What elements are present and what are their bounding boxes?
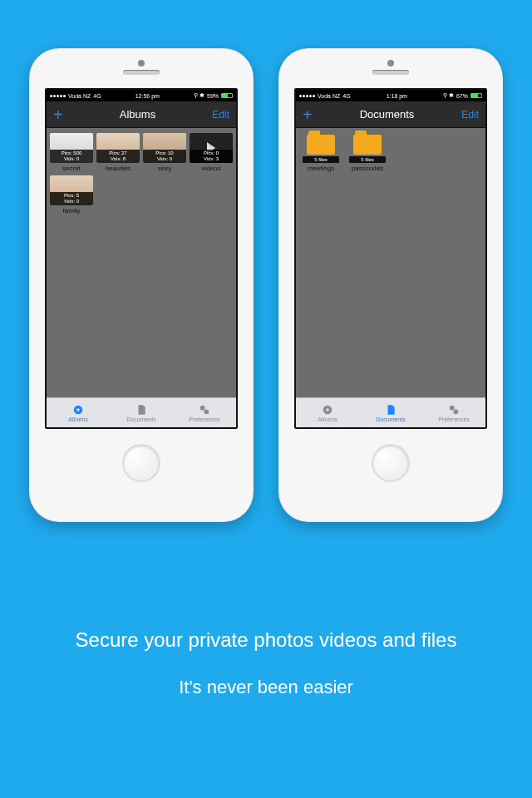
album-item[interactable]: Pics: 5Vids: 0 family	[50, 175, 93, 214]
home-button[interactable]	[372, 444, 410, 482]
signal-dots-icon	[50, 95, 66, 97]
phone-speaker	[123, 70, 160, 75]
carrier-label: Voda NZ	[318, 93, 340, 99]
album-label: secret	[62, 165, 81, 172]
edit-button[interactable]: Edit	[212, 109, 229, 121]
battery-icon	[221, 93, 233, 98]
tab-preferences[interactable]: Preferences	[173, 398, 236, 427]
nav-bar: + Albums Edit	[47, 101, 236, 128]
svg-point-3	[204, 409, 209, 414]
phone-left: Voda NZ 4G 12:56 pm ⚲ ✱ 59% + Albums Edi…	[29, 48, 254, 522]
album-item[interactable]: Pics: 500Vids: 0 secret	[50, 133, 93, 172]
edit-button[interactable]: Edit	[461, 109, 479, 121]
album-label: beauties	[106, 165, 131, 172]
folder-icon	[307, 135, 335, 155]
tab-label: Preferences	[189, 416, 220, 422]
nav-bar: + Documents Edit	[296, 101, 485, 128]
page-title: Albums	[120, 108, 155, 121]
battery-icon	[470, 93, 482, 98]
add-button[interactable]: +	[303, 106, 313, 123]
album-thumb-video: Pics: 0Vids: 3	[190, 133, 233, 163]
file-count: 5 files	[349, 156, 386, 163]
clock-label: 12:56 pm	[135, 93, 160, 99]
tab-documents[interactable]: Documents	[110, 398, 173, 427]
carrier-label: Voda NZ	[68, 93, 91, 99]
add-button[interactable]: +	[53, 106, 63, 123]
album-item[interactable]: Pics: 10Vids: 0 sexy	[143, 133, 186, 172]
home-button[interactable]	[122, 444, 160, 482]
tab-preferences[interactable]: Preferences	[422, 398, 485, 427]
tab-bar: Albums Documents Preferences	[296, 397, 485, 427]
tab-label: Albums	[318, 416, 337, 422]
folder-label: passcodes	[352, 165, 383, 172]
tab-albums[interactable]: Albums	[296, 398, 359, 427]
albums-icon	[72, 404, 84, 416]
svg-point-1	[76, 408, 80, 411]
preferences-icon	[448, 404, 460, 416]
phone-mockups: Voda NZ 4G 12:56 pm ⚲ ✱ 59% + Albums Edi…	[0, 0, 532, 522]
svg-point-7	[453, 409, 458, 414]
phone-camera	[387, 60, 394, 66]
album-thumb: Pics: 500Vids: 0	[50, 133, 93, 163]
preferences-icon	[199, 404, 210, 416]
documents-icon	[135, 404, 147, 416]
album-thumb: Pics: 10Vids: 0	[143, 133, 186, 163]
folder-icon	[353, 135, 382, 155]
tab-label: Albums	[68, 416, 87, 422]
phone-right: Voda NZ 4G 1:18 pm ⚲ ✱ 67% + Documents E…	[278, 48, 503, 522]
album-item[interactable]: Pics: 27Vids: 8 beauties	[96, 133, 140, 172]
folder-label: meetings	[308, 165, 334, 172]
svg-point-6	[450, 405, 455, 410]
tab-label: Documents	[376, 416, 405, 422]
phone-speaker	[372, 70, 409, 75]
caption-line-1: Secure your private photos videos and fi…	[0, 628, 532, 652]
tab-bar: Albums Documents Preferences	[47, 397, 236, 427]
screen-albums: Voda NZ 4G 12:56 pm ⚲ ✱ 59% + Albums Edi…	[45, 88, 238, 429]
network-label: 4G	[93, 93, 101, 99]
battery-percent: 59%	[207, 93, 219, 99]
marketing-caption: Secure your private photos videos and fi…	[0, 628, 532, 698]
album-label: videos	[201, 165, 220, 172]
page-title: Documents	[360, 108, 415, 121]
album-label: sexy	[158, 165, 171, 172]
tab-label: Documents	[126, 416, 155, 422]
folder-icon-wrap: 5 files	[346, 133, 389, 163]
documents-grid: 5 files meetings 5 files passcodes	[296, 128, 485, 397]
album-thumb: Pics: 27Vids: 8	[96, 133, 140, 163]
album-label: family	[63, 207, 81, 214]
svg-point-5	[326, 408, 329, 411]
svg-point-2	[200, 405, 205, 410]
caption-line-2: It's never been easier	[0, 677, 532, 698]
status-bar: Voda NZ 4G 1:18 pm ⚲ ✱ 67%	[296, 90, 485, 101]
tab-documents[interactable]: Documents	[359, 398, 422, 427]
signal-dots-icon	[299, 95, 315, 97]
bluetooth-icon: ⚲ ✱	[194, 92, 204, 99]
folder-icon-wrap: 5 files	[299, 133, 342, 163]
bluetooth-icon: ⚲ ✱	[443, 92, 454, 99]
albums-grid: Pics: 500Vids: 0 secret Pics: 27Vids: 8 …	[47, 128, 236, 397]
album-thumb: Pics: 5Vids: 0	[50, 175, 93, 205]
status-bar: Voda NZ 4G 12:56 pm ⚲ ✱ 59%	[47, 90, 236, 101]
battery-percent: 67%	[456, 93, 468, 99]
screen-documents: Voda NZ 4G 1:18 pm ⚲ ✱ 67% + Documents E…	[294, 88, 487, 429]
phone-camera	[138, 60, 145, 66]
clock-label: 1:18 pm	[387, 93, 407, 99]
tab-albums[interactable]: Albums	[47, 398, 110, 427]
albums-icon	[322, 404, 333, 416]
document-folder[interactable]: 5 files meetings	[299, 133, 342, 172]
network-label: 4G	[342, 93, 350, 99]
tab-label: Preferences	[438, 416, 470, 422]
document-folder[interactable]: 5 files passcodes	[346, 133, 389, 172]
file-count: 5 files	[303, 156, 339, 163]
documents-icon	[385, 404, 397, 416]
album-item[interactable]: Pics: 0Vids: 3 videos	[190, 133, 233, 172]
